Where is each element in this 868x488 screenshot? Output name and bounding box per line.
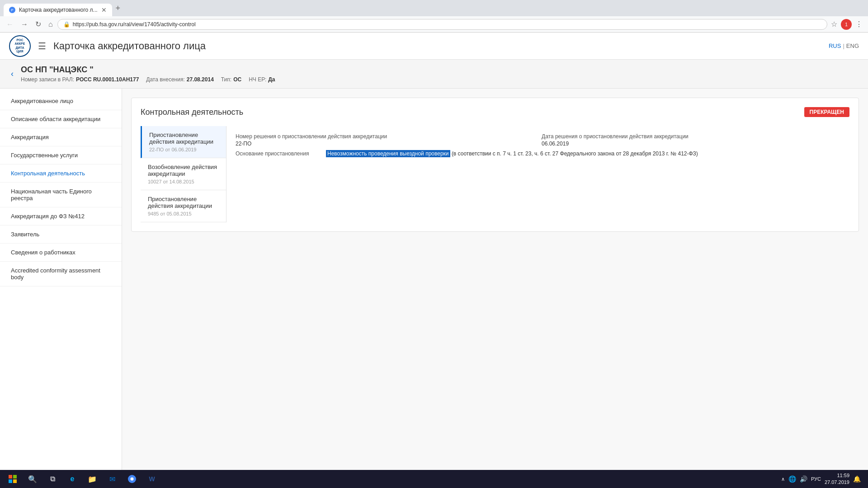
registry-label: Номер записи в РАЛ: РОСС RU.0001.10АН177 <box>21 76 139 83</box>
card-title: Контрольная деятельность <box>141 108 243 117</box>
page-header-title: Карточка аккредитованного лица <box>53 40 821 52</box>
browser-tab[interactable]: Р Карточка аккредитованного л... ✕ <box>4 4 112 16</box>
word-icon: W <box>147 474 156 483</box>
sidebar-item-accreditation-scope[interactable]: Описание области аккредитации <box>0 110 122 128</box>
address-bar[interactable]: 🔒 https://pub.fsa.gov.ru/ral/view/17405/… <box>57 19 827 30</box>
svg-rect-0 <box>9 475 12 479</box>
panel-item-restore-1-title: Возобновление действия аккредитации <box>148 164 219 177</box>
taskbar-chrome[interactable] <box>123 470 141 488</box>
decision-date-value: 06.06.2019 <box>542 141 840 147</box>
taskbar-tray: ∧ 🌐 🔊 РУС 11:59 27.07.2019 🔔 <box>778 472 864 486</box>
bookmark-button[interactable]: ☆ <box>829 18 839 30</box>
volume-icon: 🔊 <box>800 475 807 483</box>
tray-expand[interactable]: ∧ <box>781 476 785 482</box>
type-value: ОС <box>233 76 241 83</box>
logo-area: РОСАККРЕДИТАЦИЯ <box>9 35 31 57</box>
panel-item-suspend-1-sub: 22-ПО от 06.06.2019 <box>149 147 219 152</box>
panel-item-suspend-1[interactable]: Приостановление действия аккредитации 22… <box>141 126 226 158</box>
osnov-label: Основание приостановления <box>236 150 326 157</box>
mail-icon: ✉ <box>108 474 117 483</box>
logo-text: РОСАККРЕДИТАЦИЯ <box>15 38 25 54</box>
panel-item-restore-1-sub: 10027 от 14.08.2015 <box>148 179 219 184</box>
sidebar-item-control-activity[interactable]: Контрольная деятельность <box>0 164 122 183</box>
osnov-value: Невозможность проведения выездной провер… <box>326 150 698 157</box>
panel-item-suspend-2-title: Приостановление действия аккредитации <box>148 196 219 209</box>
taskbar-mail[interactable]: ✉ <box>103 470 121 488</box>
osnov-highlighted: Невозможность проведения выездной провер… <box>326 150 450 157</box>
panel-list: Приостановление действия аккредитации 22… <box>141 126 226 222</box>
sidebar-item-national-part[interactable]: Национальная часть Единого реестра <box>0 183 122 207</box>
explorer-icon: 📁 <box>88 474 97 483</box>
taskbar-search[interactable]: 🔍 <box>24 470 42 488</box>
org-meta: Номер записи в РАЛ: РОСС RU.0001.10АН177… <box>21 76 275 83</box>
sidebar-item-state-services[interactable]: Государственные услуги <box>0 146 122 164</box>
profile-button[interactable]: 1 <box>841 19 852 30</box>
edge-icon: e <box>68 474 77 483</box>
refresh-button[interactable]: ↻ <box>33 18 44 30</box>
decision-number-label: Номер решения о приостановлении действия… <box>236 133 534 140</box>
taskbar-explorer[interactable]: 📁 <box>83 470 101 488</box>
nc-value: Да <box>268 76 275 83</box>
date-value: 27.08.2014 <box>187 76 214 83</box>
taskbar-taskview[interactable]: ⧉ <box>43 470 61 488</box>
panel-item-suspend-2-sub: 9485 от 05.08.2015 <box>148 211 219 216</box>
sidebar-item-accreditation[interactable]: Аккредитация <box>0 128 122 146</box>
sidebar: Аккредитованное лицо Описание области ак… <box>0 89 122 470</box>
sidebar-item-accredited-person[interactable]: Аккредитованное лицо <box>0 92 122 110</box>
decision-date-cell: Дата решения о приостановлении действия … <box>542 133 840 147</box>
back-button[interactable]: ← <box>4 19 16 30</box>
svg-rect-3 <box>13 479 17 483</box>
sidebar-item-employees[interactable]: Сведения о работниках <box>0 244 122 262</box>
sidebar-item-accredited-body[interactable]: Accredited conformity assessment body <box>0 262 122 286</box>
new-tab-button[interactable]: + <box>112 4 124 13</box>
forward-button[interactable]: → <box>18 19 31 30</box>
panel-item-restore-1[interactable]: Возобновление действия аккредитации 1002… <box>141 158 226 190</box>
org-name: ОС НП "НАЦЭКС " <box>21 65 275 75</box>
lang-indicator: РУС <box>811 476 821 482</box>
taskbar-time-display: 11:59 <box>825 472 849 479</box>
lang-rus[interactable]: RUS <box>829 42 841 49</box>
tab-title: Карточка аккредитованного л... <box>19 7 98 13</box>
lock-icon: 🔒 <box>63 21 70 28</box>
svg-rect-1 <box>13 475 17 479</box>
lang-switcher: RUS | ENG <box>829 42 859 49</box>
date-field: Дата внесения: 27.08.2014 <box>146 76 213 83</box>
taskview-icon: ⧉ <box>48 474 57 483</box>
nc-field: НЧ ЕР: Да <box>249 76 275 83</box>
svg-rect-2 <box>9 479 12 483</box>
osnov-rest: (в соответствии с п. 7 ч. 1 ст. 23, ч. 6… <box>452 150 698 157</box>
start-button[interactable] <box>4 470 22 488</box>
svg-point-5 <box>131 478 134 481</box>
org-info: ОС НП "НАЦЭКС " Номер записи в РАЛ: РОСС… <box>21 65 275 83</box>
network-icon: 🌐 <box>788 475 796 483</box>
org-back-button[interactable]: ‹ <box>11 69 14 79</box>
panel-item-suspend-2[interactable]: Приостановление действия аккредитации 94… <box>141 190 226 222</box>
taskbar: 🔍 ⧉ e 📁 ✉ W ∧ 🌐 🔊 <box>0 470 868 488</box>
search-icon: 🔍 <box>28 474 37 483</box>
registry-value: РОСС RU.0001.10АН177 <box>76 76 139 83</box>
type-field: Тип: ОС <box>221 76 241 83</box>
extensions-button[interactable]: ⋮ <box>854 18 864 30</box>
tab-close-button[interactable]: ✕ <box>101 6 107 14</box>
taskbar-edge[interactable]: e <box>63 470 81 488</box>
home-button[interactable]: ⌂ <box>46 19 56 30</box>
tab-favicon: Р <box>9 7 15 13</box>
logo-circle: РОСАККРЕДИТАЦИЯ <box>9 35 31 57</box>
chrome-icon <box>127 474 137 483</box>
org-header: ‹ ОС НП "НАЦЭКС " Номер записи в РАЛ: РО… <box>0 60 868 89</box>
decision-date-label: Дата решения о приостановлении действия … <box>542 133 840 140</box>
notification-icon[interactable]: 🔔 <box>853 475 861 483</box>
detail-area: Номер решения о приостановлении действия… <box>226 126 849 222</box>
taskbar-date-display: 27.07.2019 <box>825 479 849 486</box>
status-badge: ПРЕКРАЩЕН <box>804 107 849 117</box>
lang-eng[interactable]: ENG <box>846 42 859 49</box>
lang-separator: | <box>843 42 844 49</box>
hamburger-button[interactable]: ☰ <box>38 41 46 52</box>
address-text: https://pub.fsa.gov.ru/ral/view/17405/ac… <box>73 21 196 28</box>
sidebar-item-accreditation-412[interactable]: Аккредитация до ФЗ №412 <box>0 207 122 225</box>
taskbar-word[interactable]: W <box>143 470 161 488</box>
panel-item-suspend-1-title: Приостановление действия аккредитации <box>149 131 219 145</box>
osnov-row: Основание приостановления Невозможность … <box>236 150 840 157</box>
taskbar-clock: 11:59 27.07.2019 <box>825 472 849 486</box>
sidebar-item-applicant[interactable]: Заявитель <box>0 225 122 244</box>
